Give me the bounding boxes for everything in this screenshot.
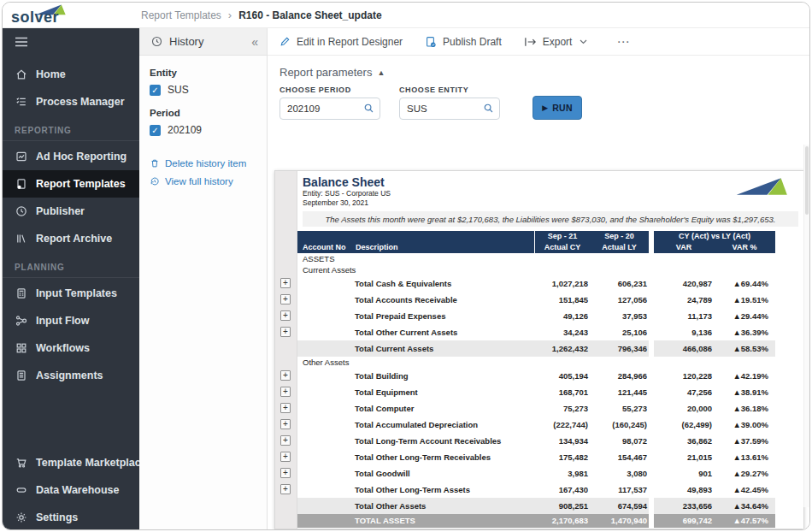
sidebar-item-report-templates[interactable]: Report Templates: [3, 170, 139, 198]
report-parameters-section: Report parameters ▲ CHOOSE PERIOD CHOOSE…: [268, 56, 809, 120]
sidebar-item-input-flow[interactable]: Input Flow: [3, 307, 139, 334]
collapse-panel-icon[interactable]: «: [251, 35, 258, 49]
breadcrumb-parent[interactable]: Report Templates: [141, 9, 221, 21]
expand-row-button[interactable]: +: [280, 468, 291, 478]
cell-var: (62,499): [654, 417, 714, 433]
cell-varpct: ▲29.27%: [714, 465, 775, 482]
history-icon: [150, 176, 160, 186]
expand-row-button[interactable]: +: [280, 484, 291, 494]
play-icon: ▶: [542, 103, 548, 112]
cell-varpct: ▲38.91%: [714, 384, 775, 400]
report-toolbar: Edit in Report Designer Publish Draft Ex…: [268, 28, 809, 56]
table-row-other-assets: Other Assets: [297, 357, 803, 368]
outline-gutter: ++++++++++++: [275, 171, 297, 529]
edit-in-report-designer-button[interactable]: Edit in Report Designer: [279, 36, 403, 48]
sidebar-section-reporting: REPORTING: [3, 126, 139, 141]
cell-cy: 134,934: [534, 433, 590, 449]
cell-ly: 98,072: [590, 433, 649, 449]
input-flow-icon: [15, 315, 27, 328]
sidebar-item-publisher[interactable]: Publisher: [3, 198, 139, 225]
expand-row-button[interactable]: +: [280, 327, 291, 337]
sidebar-item-report-archive[interactable]: Report Archive: [3, 225, 139, 252]
table-row-total-long-term-account-receivables: Total Long-Term Account Receivables134,9…: [297, 433, 803, 449]
expand-row-button[interactable]: +: [280, 387, 291, 397]
export-button[interactable]: Export: [524, 36, 588, 48]
cell-varpct: ▲39.00%: [714, 417, 775, 433]
table-row-total-other-long-term-receivables: Total Other Long-Term Receivables175,482…: [297, 449, 803, 465]
more-options-button[interactable]: ⋯: [616, 34, 631, 50]
cell-cy: 167,430: [534, 482, 590, 498]
vertical-scrollbar[interactable]: [803, 145, 809, 507]
report-sheet: Balance Sheet Entity: SUS - Corporate US…: [297, 171, 803, 529]
sidebar-item-workflows[interactable]: Workflows: [3, 334, 139, 362]
sidebar-item-assignments[interactable]: Assignments: [3, 362, 139, 389]
sidebar-item-label: Assignments: [36, 369, 103, 381]
sidebar-item-label: Input Templates: [36, 287, 117, 299]
expand-row-button[interactable]: +: [280, 419, 291, 429]
sidebar-item-template-marketplace[interactable]: Template Marketplace: [3, 449, 139, 476]
cell-varpct: ▲36.18%: [714, 400, 775, 417]
home-icon: [15, 68, 27, 81]
process-icon: [15, 96, 27, 109]
sidebar-item-input-templates[interactable]: Input Templates: [3, 280, 139, 307]
expand-row-button[interactable]: +: [280, 294, 291, 304]
sidebar-item-label: Process Manager: [36, 96, 125, 108]
report-summary-note: The Assets this month were great at $2,1…: [303, 211, 798, 227]
hamburger-menu-icon[interactable]: [3, 28, 139, 56]
cell-cy: 908,251: [534, 498, 590, 514]
period-checkbox[interactable]: ✓: [150, 125, 161, 136]
run-button[interactable]: ▶ RUN: [533, 96, 582, 120]
cell-cy: 168,701: [534, 384, 590, 400]
report-parameters-toggle[interactable]: Report parameters ▲: [279, 66, 809, 79]
logo-text: solver: [11, 9, 59, 27]
expand-row-button[interactable]: +: [280, 435, 291, 446]
section-label: Current Assets: [297, 264, 534, 275]
cell-ly: 154,467: [590, 449, 649, 465]
expand-row-button[interactable]: +: [280, 370, 291, 381]
period-checkbox-row[interactable]: ✓ 202109: [150, 124, 256, 136]
sidebar-item-label: Input Flow: [36, 315, 89, 327]
sidebar-item-home[interactable]: Home: [3, 61, 139, 88]
cell-varpct: ▲19.51%: [714, 292, 775, 308]
cell-cy: 3,981: [534, 465, 590, 482]
entity-checkbox-row[interactable]: ✓ SUS: [150, 84, 256, 96]
expand-row-button[interactable]: +: [280, 310, 291, 321]
solver-logo[interactable]: solver: [3, 3, 139, 28]
sidebar-item-data-warehouse[interactable]: Data Warehouse: [3, 476, 139, 504]
row-description: Total Accumulated Depreciation: [350, 417, 534, 433]
row-description: Total Long-Term Account Receivables: [350, 433, 534, 449]
history-panel: History « Entity ✓ SUS Period ✓ 202109 D…: [139, 28, 268, 530]
publish-draft-button[interactable]: Publish Draft: [425, 36, 502, 48]
table-row-total-accumulated-depreciation: Total Accumulated Depreciation(222,744)(…: [297, 417, 803, 433]
sidebar-item-label: Report Archive: [36, 233, 112, 245]
table-row-total-other-current-assets: Total Other Current Assets34,24325,1069,…: [297, 324, 803, 340]
pencil-icon: [279, 36, 291, 47]
main-content: Edit in Report Designer Publish Draft Ex…: [268, 28, 809, 530]
cell-var: 901: [654, 465, 714, 482]
archive-icon: [15, 233, 27, 245]
sidebar-item-ad-hoc-reporting[interactable]: Ad Hoc Reporting: [3, 143, 139, 170]
cell-var: 120,228: [654, 368, 714, 384]
cell-cy: 175,482: [534, 449, 590, 465]
clock-icon: [151, 36, 162, 47]
expand-row-button[interactable]: +: [280, 278, 291, 288]
expand-row-button[interactable]: +: [280, 452, 291, 462]
entity-checkbox[interactable]: ✓: [150, 85, 161, 96]
row-description: Total Other Long-Term Assets: [350, 482, 534, 498]
report-title: Balance Sheet: [297, 176, 803, 189]
table-row-total-other-long-term-assets: Total Other Long-Term Assets167,430117,5…: [297, 482, 803, 498]
sidebar-item-process-manager[interactable]: Process Manager: [3, 88, 139, 115]
cell-ly: 37,953: [590, 308, 649, 324]
view-full-history-link[interactable]: View full history: [150, 176, 256, 186]
cell-ly: 55,273: [590, 400, 649, 417]
expand-row-button[interactable]: +: [280, 403, 291, 413]
sidebar-item-label: Ad Hoc Reporting: [36, 151, 127, 163]
cell-ly: 674,594: [590, 498, 649, 514]
delete-history-item-link[interactable]: Delete history item: [150, 158, 256, 168]
search-icon: [363, 103, 374, 114]
sidebar-item-settings[interactable]: Settings: [3, 504, 139, 530]
cell-varpct: ▲42.45%: [714, 482, 775, 498]
cell-varpct: ▲69.44%: [714, 275, 775, 292]
cell-varpct: ▲13.61%: [714, 449, 775, 465]
cell-ly: 3,080: [590, 465, 649, 482]
